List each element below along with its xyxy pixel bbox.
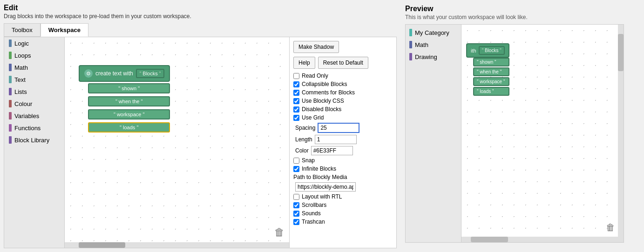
spacing-input[interactable]	[318, 123, 359, 133]
option-row: Infinite Blocks	[293, 166, 393, 172]
checkbox-trashcan[interactable]	[293, 219, 299, 225]
block-inner: " shown "" when the "" workspace "" load…	[88, 82, 170, 133]
block-label: create text with	[95, 70, 133, 77]
checkbox-scrollbars[interactable]	[293, 202, 299, 208]
checkbox-layout-with-rtl[interactable]	[293, 194, 299, 200]
main-block[interactable]: ⚙ create text with " Blocks "	[79, 65, 170, 82]
preview-connector[interactable]: " shown "	[473, 58, 509, 66]
checkbox-infinite-blocks[interactable]	[293, 166, 299, 172]
sidebar-color-bar	[9, 100, 12, 107]
length-label: Length	[295, 136, 312, 143]
sidebar-item-label: Lists	[14, 88, 27, 95]
checkbox-label[interactable]: Infinite Blocks	[302, 166, 336, 172]
preview-sidebar-item-my-category[interactable]: My Category	[406, 27, 461, 39]
workspace-scrollbar-h[interactable]	[65, 242, 289, 248]
checkbox-sounds[interactable]	[293, 211, 299, 217]
help-button[interactable]: Help	[293, 57, 315, 69]
preview-connector[interactable]: " loads "	[473, 87, 509, 96]
string-block: " Blocks "	[136, 69, 165, 78]
sidebar-color-bar	[9, 136, 12, 144]
btn-row-top: Make Shadow	[293, 41, 393, 53]
tab-bar: Toolbox Workspace	[4, 23, 397, 37]
sidebar-item-variables[interactable]: Variables	[4, 110, 64, 122]
sidebar-item-block-library[interactable]: Block Library	[4, 134, 64, 146]
sidebar-item-functions[interactable]: Functions	[4, 122, 64, 134]
checkbox-label[interactable]: Sounds	[302, 210, 321, 217]
path-input[interactable]	[295, 182, 356, 192]
preview-sidebar-item-label: My Category	[415, 29, 449, 36]
checkbox-use-blockly-css[interactable]	[293, 98, 299, 104]
block-connector[interactable]: " workspace "	[88, 109, 170, 119]
option-row: Layout with RTL	[293, 193, 393, 200]
make-shadow-button[interactable]: Make Shadow	[293, 41, 339, 53]
checkbox-label[interactable]: Comments for Blocks	[302, 89, 355, 96]
sidebar-item-lists[interactable]: Lists	[4, 86, 64, 98]
preview-trash-icon[interactable]: 🗑	[606, 222, 615, 233]
sidebar-item-loops[interactable]: Loops	[4, 49, 64, 61]
preview-sidebar-color-bar	[409, 53, 412, 60]
checkbox-use-grid[interactable]	[293, 115, 299, 121]
preview-title: Preview	[405, 5, 624, 13]
preview-scrollbar-v[interactable]	[618, 25, 624, 242]
checkbox-label[interactable]: Use Blockly CSS	[302, 98, 344, 104]
snap-checkbox[interactable]	[293, 158, 299, 164]
sidebar-color-bar	[9, 76, 12, 83]
preview-sidebar-item-math[interactable]: Math	[406, 39, 461, 51]
preview-main-block[interactable]: ith " Blocks "	[466, 43, 509, 58]
sidebar-color-bar	[9, 124, 12, 132]
sidebar-item-text[interactable]: Text	[4, 73, 64, 86]
block-connector[interactable]: " when the "	[88, 96, 170, 106]
path-input-row	[295, 182, 393, 192]
workspace-area[interactable]: 🗑 ⚙ create text with " Blocks " " shown …	[65, 37, 289, 248]
reset-button[interactable]: Reset to Default	[318, 57, 368, 69]
sidebar-item-logic[interactable]: Logic	[4, 37, 64, 49]
checkbox-label[interactable]: Collapsible Blocks	[302, 81, 347, 87]
preview-scrollbar-h[interactable]	[461, 237, 618, 242]
checkbox-comments-for-blocks[interactable]	[293, 90, 299, 96]
trash-icon[interactable]: 🗑	[274, 226, 285, 239]
preview-workspace[interactable]: 🗑 ith " Blocks " " shown "" when the "" …	[461, 25, 618, 242]
checkbox-label[interactable]: Layout with RTL	[302, 193, 342, 200]
preview-subtitle: This is what your custom workspace will …	[405, 14, 624, 20]
sidebar-item-math[interactable]: Math	[4, 61, 64, 73]
checkbox-label[interactable]: Use Grid	[302, 114, 324, 121]
checkbox-label[interactable]: Read Only	[302, 73, 328, 79]
preview-ith-text: ith	[471, 48, 476, 53]
tab-toolbox[interactable]: Toolbox	[4, 23, 41, 37]
preview-connector[interactable]: " when the "	[473, 67, 509, 76]
color-input[interactable]	[311, 146, 353, 155]
block-connector[interactable]: " shown "	[88, 83, 170, 93]
preview-sidebar-color-bar	[409, 29, 412, 36]
checkbox-disabled-blocks[interactable]	[293, 106, 299, 113]
gear-icon: ⚙	[84, 69, 93, 78]
sidebar-item-colour[interactable]: Colour	[4, 98, 64, 110]
checkbox-collapsible-blocks[interactable]	[293, 81, 299, 87]
sidebar-item-label: Functions	[14, 125, 41, 132]
tab-workspace[interactable]: Workspace	[41, 23, 88, 37]
checkbox-label[interactable]: Disabled Blocks	[302, 106, 341, 113]
left-panel: Edit Drag blocks into the workspace to p…	[0, 0, 400, 252]
option-row: Read Only	[293, 73, 393, 79]
preview-connector[interactable]: " workspace "	[473, 77, 509, 86]
block-connector[interactable]: " loads "	[88, 122, 170, 133]
sidebar-item-label: Math	[14, 64, 28, 71]
color-label: Color	[295, 147, 309, 154]
checkbox-label[interactable]: Trashcan	[302, 219, 325, 225]
sidebar-color-bar	[9, 52, 12, 59]
sidebar-item-label: Variables	[14, 113, 39, 119]
preview-sidebar-item-drawing[interactable]: Drawing	[406, 51, 461, 63]
block-container: ⚙ create text with " Blocks " " shown ""…	[79, 65, 170, 133]
snap-label[interactable]: Snap	[302, 157, 315, 164]
length-input[interactable]	[315, 135, 357, 144]
option-row: Sounds	[293, 210, 393, 217]
options-list: Read OnlyCollapsible BlocksComments for …	[293, 73, 393, 225]
checkbox-label[interactable]: Scrollbars	[302, 202, 326, 208]
checkbox-read-only[interactable]	[293, 73, 299, 79]
sidebar-item-label: Text	[14, 76, 26, 83]
preview-string-block: " Blocks "	[479, 46, 505, 55]
sidebar-item-label: Logic	[14, 40, 29, 47]
sidebar-item-label: Block Library	[14, 137, 49, 144]
option-row: Trashcan	[293, 219, 393, 225]
option-row: Collapsible Blocks	[293, 81, 393, 87]
btn-row-mid: Help Reset to Default	[293, 57, 393, 69]
